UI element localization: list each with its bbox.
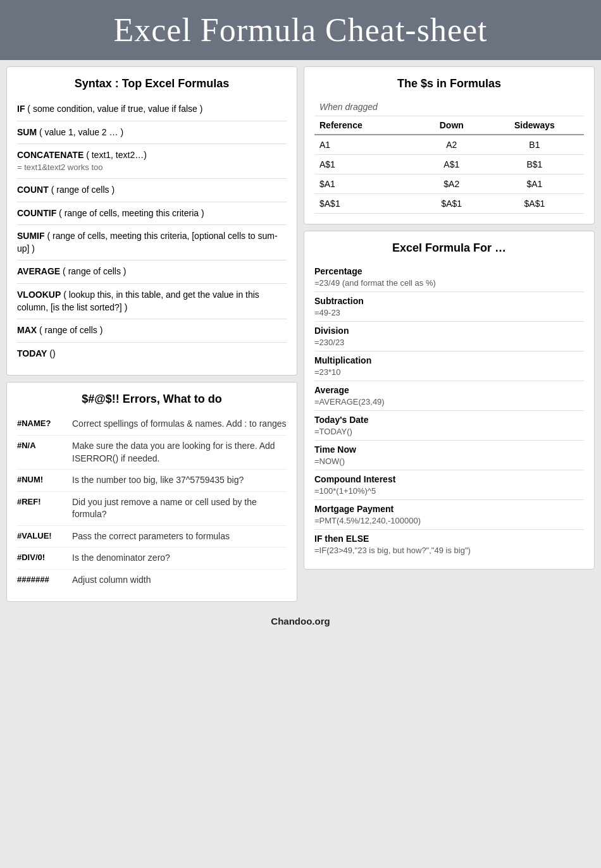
formula-label: Subtraction xyxy=(314,296,584,306)
formula-item: MAX ( range of cells ) xyxy=(17,319,287,343)
table-cell: $A1 xyxy=(314,174,418,194)
formula-desc: ( range of cells, meeting this criteria … xyxy=(59,208,204,218)
formula-label: Average xyxy=(314,385,584,395)
formula-name: TODAY xyxy=(17,348,47,358)
formula-for-item: Time Now=NOW() xyxy=(314,441,584,470)
error-code: #DIV/0! xyxy=(17,552,65,565)
formula-value: =AVERAGE(23,49) xyxy=(314,397,385,406)
formula-item: SUM ( value 1, value 2 … ) xyxy=(17,121,287,145)
error-row: #DIV/0!Is the denominator zero? xyxy=(17,547,287,570)
dollar-table-header: Reference xyxy=(314,116,418,135)
formula-item: CONCATENATE ( text1, text2…)= text1&text… xyxy=(17,144,287,179)
table-cell: A$1 xyxy=(418,155,485,174)
error-desc: Make sure the data you are looking for i… xyxy=(72,440,287,465)
table-row: A1A2B1 xyxy=(314,135,584,155)
formula-sub: = text1&text2 works too xyxy=(17,162,287,173)
table-cell: $A1 xyxy=(485,174,584,194)
formula-for-item: Multiplication=23*10 xyxy=(314,351,584,381)
error-row: #######Adjust column width xyxy=(17,570,287,591)
formula-name: VLOOKUP xyxy=(17,290,61,300)
error-desc: Pass the correct parameters to formulas xyxy=(72,530,287,543)
formula-desc: ( value 1, value 2 … ) xyxy=(39,127,123,137)
formula-name: IF xyxy=(17,104,25,114)
formula-desc: ( range of cells ) xyxy=(51,185,115,195)
formula-name: COUNTIF xyxy=(17,208,56,218)
error-code: #VALUE! xyxy=(17,530,65,543)
table-cell: A$1 xyxy=(314,155,418,174)
error-row: #VALUE!Pass the correct parameters to fo… xyxy=(17,526,287,548)
formula-name: CONCATENATE xyxy=(17,150,84,160)
dollars-card: The $s in Formulas When draggedReference… xyxy=(304,66,595,224)
formula-for-item: Today's Date=TODAY() xyxy=(314,411,584,441)
syntax-card: Syntax : Top Excel Formulas IF ( some co… xyxy=(6,66,297,376)
table-cell: $A$1 xyxy=(418,194,485,214)
table-row: $A1$A2$A1 xyxy=(314,174,584,194)
formula-desc: ( text1, text2…) xyxy=(86,150,147,160)
error-desc: Is the denominator zero? xyxy=(72,552,287,565)
formula-value: =100*(1+10%)^5 xyxy=(314,486,376,496)
dollar-table-header: Down xyxy=(418,116,485,135)
formula-item: COUNTIF ( range of cells, meeting this c… xyxy=(17,202,287,226)
formula-for-title: Excel Formula For … xyxy=(314,241,584,255)
formula-item: SUMIF ( range of cells, meeting this cri… xyxy=(17,225,287,260)
formula-item: AVERAGE ( range of cells ) xyxy=(17,260,287,284)
formula-name: SUM xyxy=(17,127,37,137)
dollar-table-header: Sideways xyxy=(485,116,584,135)
formula-name: MAX xyxy=(17,325,37,335)
error-desc: Adjust column width xyxy=(72,574,287,587)
footer: Chandoo.org xyxy=(0,608,601,634)
formula-desc: ( range of cells, meeting this criteria,… xyxy=(17,231,278,254)
header: Excel Formula Cheat-sheet xyxy=(0,0,601,60)
formula-name: AVERAGE xyxy=(17,266,60,276)
footer-text: Chandoo.org xyxy=(271,616,330,627)
formula-desc: ( range of cells ) xyxy=(63,266,126,276)
dollars-table: When draggedReferenceDownSidewaysA1A2B1A… xyxy=(314,98,584,214)
formula-for-item: IF then ELSE=IF(23>49,"23 is big, but ho… xyxy=(314,530,584,559)
formula-desc: ( range of cells ) xyxy=(39,325,102,335)
formula-value: =PMT(4.5%/12,240,-100000) xyxy=(314,516,421,525)
formula-name: SUMIF xyxy=(17,231,45,241)
error-code: #NAME? xyxy=(17,418,65,431)
error-desc: Did you just remove a name or cell used … xyxy=(72,496,287,521)
formula-for-item: Compound Interest=100*(1+10%)^5 xyxy=(314,470,584,500)
error-code: #NUM! xyxy=(17,474,65,487)
formula-for-item: Subtraction=49-23 xyxy=(314,292,584,322)
error-row: #NAME?Correct spellings of formulas & na… xyxy=(17,413,287,436)
formula-for-item: Percentage=23/49 (and format the cell as… xyxy=(314,262,584,292)
formula-label: Percentage xyxy=(314,266,584,276)
syntax-list: IF ( some condition, value if true, valu… xyxy=(17,98,287,365)
table-row: A$1A$1B$1 xyxy=(314,155,584,174)
table-cell: A1 xyxy=(314,135,418,155)
formula-value: =23*10 xyxy=(314,367,341,377)
errors-table: #NAME?Correct spellings of formulas & na… xyxy=(17,413,287,590)
formula-label: Mortgage Payment xyxy=(314,504,584,514)
formula-name: COUNT xyxy=(17,185,49,195)
formula-item: IF ( some condition, value if true, valu… xyxy=(17,98,287,121)
formula-for-list: Percentage=23/49 (and format the cell as… xyxy=(314,262,584,559)
when-dragged-label: When dragged xyxy=(314,98,584,116)
formula-desc: ( some condition, value if true, value i… xyxy=(27,104,202,114)
table-cell: $A$1 xyxy=(314,194,418,214)
error-desc: Is the number too big, like 37^5759435 b… xyxy=(72,474,287,487)
errors-card: $#@$!! Errors, What to do #NAME?Correct … xyxy=(6,382,297,601)
formula-label: Today's Date xyxy=(314,415,584,425)
errors-title: $#@$!! Errors, What to do xyxy=(17,393,287,406)
table-row: $A$1$A$1$A$1 xyxy=(314,194,584,214)
formula-value: =23/49 (and format the cell as %) xyxy=(314,278,436,288)
error-row: #N/AMake sure the data you are looking f… xyxy=(17,436,287,470)
formula-value: =NOW() xyxy=(314,456,345,466)
formula-label: Multiplication xyxy=(314,355,584,365)
formula-value: =TODAY() xyxy=(314,427,352,436)
table-cell: B1 xyxy=(485,135,584,155)
table-cell: A2 xyxy=(418,135,485,155)
formula-label: Compound Interest xyxy=(314,474,584,484)
error-code: ####### xyxy=(17,574,65,587)
formula-label: Division xyxy=(314,326,584,336)
formula-for-item: Average=AVERAGE(23,49) xyxy=(314,381,584,411)
error-row: #NUM!Is the number too big, like 37^5759… xyxy=(17,470,287,492)
table-cell: $A$1 xyxy=(485,194,584,214)
syntax-title: Syntax : Top Excel Formulas xyxy=(17,77,287,90)
table-cell: $A2 xyxy=(418,174,485,194)
formula-for-item: Division=230/23 xyxy=(314,322,584,351)
formula-value: =49-23 xyxy=(314,308,340,317)
